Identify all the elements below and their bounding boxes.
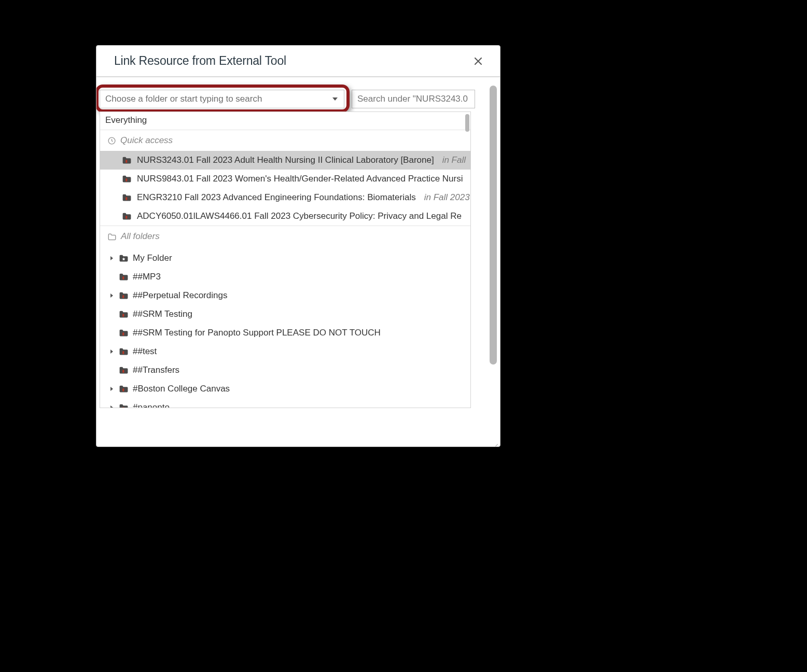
expand-caret-icon[interactable] [109,386,115,391]
modal-header: Link Resource from External Tool [96,46,500,77]
quick-access-item[interactable]: ADCY6050.01lLAWS4466.01 Fall 2023 Cybers… [100,207,470,226]
all-folders-label: All folders [121,231,160,242]
quick-access-label: Quick access [120,135,173,146]
folder-icon [122,175,132,183]
folder-icon [119,311,129,318]
tree-item-label: ##Transfers [133,365,179,375]
folder-icon [119,273,129,281]
tree-item-label: ##MP3 [133,272,161,282]
quick-access-list: NURS3243.01 Fall 2023 Adult Health Nursi… [100,151,470,226]
svg-rect-7 [122,314,124,317]
svg-rect-8 [122,332,124,335]
svg-rect-2 [126,178,127,181]
quick-access-item-suffix: in Fall [442,155,466,165]
folder-icon [119,348,129,356]
svg-rect-5 [122,276,124,279]
svg-rect-1 [126,160,127,163]
quick-access-item[interactable]: NURS9843.01 Fall 2023 Women's Health/Gen… [100,170,470,188]
modal-title: Link Resource from External Tool [114,54,286,68]
tree-item[interactable]: ##SRM Testing for Panopto Support PLEASE… [100,324,470,342]
close-button[interactable] [472,55,484,67]
folder-icon [122,157,132,164]
folder-tree: My Folder##MP3##Perpetual Recordings##SR… [100,247,470,408]
folder-icon [119,385,129,393]
quick-access-item-suffix: in Fall 2023 [424,192,470,203]
expand-caret-icon[interactable] [109,256,115,261]
tree-item[interactable]: ##Perpetual Recordings [100,286,470,305]
tree-item-label: ##SRM Testing for Panopto Support PLEASE… [133,328,381,338]
close-icon [474,57,482,65]
svg-rect-11 [122,388,124,391]
folder-select-wrap: Choose a folder or start typing to searc… [100,90,344,108]
quick-access-header: Quick access [100,130,470,151]
folder-icon [119,329,129,337]
expand-caret-icon[interactable] [109,405,115,408]
link-resource-modal: Link Resource from External Tool ( Choos… [96,45,500,447]
tree-item-label: ##SRM Testing [133,309,192,319]
quick-access-item-label: ENGR3210 Fall 2023 Advanced Engineering … [137,192,416,203]
folder-select[interactable]: Choose a folder or start typing to searc… [100,90,344,108]
svg-rect-3 [126,197,127,200]
folder-dropdown-panel: Everything Quick access NURS3243.01 Fall… [100,111,471,408]
chevron-down-icon [332,97,338,101]
clock-icon [107,136,116,145]
modal-scrollbar[interactable] [490,86,497,375]
tree-item-label: #panopto [133,402,170,408]
folder-icon [119,292,129,300]
quick-access-item[interactable]: ENGR3210 Fall 2023 Advanced Engineering … [100,188,470,207]
svg-rect-12 [122,407,124,408]
quick-access-item[interactable]: NURS3243.01 Fall 2023 Adult Health Nursi… [100,151,470,170]
tree-item[interactable]: #Boston College Canvas [100,380,470,398]
everything-option[interactable]: Everything [100,112,470,130]
tree-item-label: #Boston College Canvas [133,384,230,394]
tree-item-label: ##Perpetual Recordings [133,290,227,301]
tree-item[interactable]: ##MP3 [100,268,470,286]
svg-rect-6 [122,295,124,298]
modal-body: ( Choose a folder or start typing to sea… [96,77,500,446]
quick-access-item-label: NURS9843.01 Fall 2023 Women's Health/Gen… [137,174,463,184]
folder-icon [122,213,132,220]
search-input[interactable] [352,90,475,108]
quick-access-item-label: ADCY6050.01lLAWS4466.01 Fall 2023 Cybers… [137,211,462,221]
folder-icon [119,367,129,374]
tree-item[interactable]: #panopto [100,398,470,408]
scrollbar-thumb[interactable] [490,86,497,365]
folder-icon [122,194,132,202]
dropdown-scrollbar[interactable] [465,114,469,132]
tree-item-label: ##test [133,346,157,357]
svg-rect-4 [126,216,127,219]
quick-access-item-label: NURS3243.01 Fall 2023 Adult Health Nursi… [137,155,434,165]
expand-caret-icon[interactable] [109,293,115,298]
all-folders-header: All folders [100,226,470,247]
star-folder-icon [119,255,129,262]
folder-open-icon [107,233,117,241]
folder-icon [119,404,129,408]
resize-handle[interactable] [491,437,499,445]
folder-select-placeholder: Choose a folder or start typing to searc… [105,94,262,104]
svg-rect-10 [122,370,124,373]
search-row: Choose a folder or start typing to searc… [106,90,498,108]
tree-item[interactable]: ##Transfers [100,361,470,380]
tree-item-label: My Folder [133,253,172,263]
tree-item[interactable]: ##SRM Testing [100,305,470,324]
expand-caret-icon[interactable] [109,349,115,354]
svg-rect-9 [122,351,124,354]
tree-item[interactable]: My Folder [100,249,470,268]
tree-item[interactable]: ##test [100,342,470,361]
